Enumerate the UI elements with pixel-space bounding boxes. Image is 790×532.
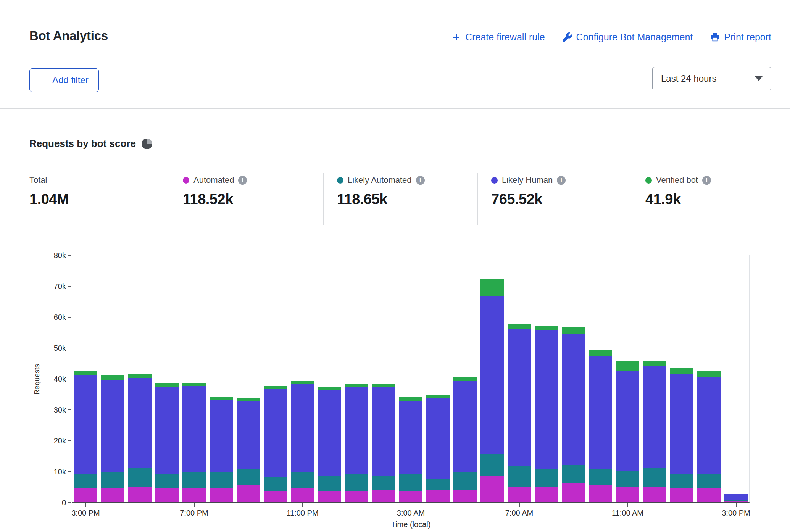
bar-segment-likely-human[interactable] [182, 386, 206, 472]
bar-segment-automated[interactable] [399, 491, 422, 502]
bar-segment-likely-human[interactable] [101, 380, 124, 472]
bar-segment-likely-automated[interactable] [535, 469, 558, 487]
bar-segment-likely-automated[interactable] [101, 472, 124, 488]
bar-segment-verified-bot[interactable] [291, 381, 314, 384]
bar-segment-likely-automated[interactable] [453, 472, 477, 490]
bar-segment-verified-bot[interactable] [74, 371, 97, 375]
bar-segment-likely-human[interactable] [453, 381, 477, 472]
bar-segment-verified-bot[interactable] [210, 397, 233, 400]
bar-segment-automated[interactable] [508, 487, 531, 502]
bar-segment-automated[interactable] [182, 488, 206, 502]
bar-segment-likely-automated[interactable] [372, 476, 395, 489]
bar-segment-automated[interactable] [480, 476, 504, 502]
bar-segment-likely-automated[interactable] [74, 474, 97, 488]
bar-segment-likely-human[interactable] [74, 375, 97, 474]
print-report-link[interactable]: Print report [710, 32, 771, 43]
bar-segment-likely-automated[interactable] [399, 474, 422, 491]
bar-segment-automated[interactable] [616, 487, 639, 502]
bar-segment-likely-human[interactable] [508, 329, 531, 466]
bar-segment-automated[interactable] [372, 490, 395, 502]
bar-segment-automated[interactable] [264, 491, 287, 502]
bar-segment-verified-bot[interactable] [237, 398, 260, 401]
bar-segment-likely-automated[interactable] [697, 474, 721, 488]
bar-segment-automated[interactable] [318, 491, 341, 502]
bar-segment-likely-human[interactable] [237, 401, 260, 469]
bar-segment-likely-automated[interactable] [182, 472, 206, 488]
info-icon[interactable]: i [557, 176, 566, 185]
bar-segment-automated[interactable] [128, 487, 152, 502]
bar-segment-automated[interactable] [155, 488, 179, 502]
bar-segment-verified-bot[interactable] [670, 368, 693, 374]
info-icon[interactable]: i [238, 176, 247, 185]
bar-segment-likely-human[interactable] [210, 400, 233, 472]
bar-segment-likely-automated[interactable] [589, 469, 612, 485]
bar-segment-likely-automated[interactable] [480, 454, 504, 476]
bar-segment-likely-automated[interactable] [616, 471, 639, 487]
bar-segment-likely-automated[interactable] [345, 474, 368, 491]
bar-segment-likely-automated[interactable] [237, 469, 260, 485]
bar-segment-verified-bot[interactable] [643, 361, 666, 366]
bar-segment-automated[interactable] [562, 483, 585, 502]
bar-segment-verified-bot[interactable] [264, 386, 287, 389]
bar-segment-automated[interactable] [426, 490, 450, 502]
bar-segment-automated[interactable] [535, 487, 558, 502]
bar-segment-likely-automated[interactable] [562, 465, 585, 484]
bar-segment-verified-bot[interactable] [535, 326, 558, 330]
bar-segment-verified-bot[interactable] [616, 361, 639, 370]
bar-segment-automated[interactable] [74, 488, 97, 502]
bar-segment-automated[interactable] [101, 488, 124, 502]
bar-segment-likely-human[interactable] [426, 398, 450, 479]
bar-segment-verified-bot[interactable] [399, 397, 422, 401]
bar-segment-automated[interactable] [589, 485, 612, 502]
bar-segment-verified-bot[interactable] [128, 374, 152, 378]
bar-segment-likely-human[interactable] [480, 296, 504, 454]
bar-segment-likely-automated[interactable] [643, 468, 666, 487]
bar-segment-verified-bot[interactable] [508, 324, 531, 329]
bar-segment-automated[interactable] [724, 501, 748, 502]
bar-segment-verified-bot[interactable] [426, 395, 450, 398]
bar-segment-automated[interactable] [643, 487, 666, 502]
bar-segment-verified-bot[interactable] [480, 279, 504, 297]
bar-segment-likely-human[interactable] [155, 387, 179, 474]
bar-segment-verified-bot[interactable] [101, 375, 124, 380]
bar-segment-likely-human[interactable] [697, 377, 721, 474]
bar-segment-likely-automated[interactable] [724, 500, 748, 501]
bar-segment-likely-automated[interactable] [508, 466, 531, 487]
create-firewall-rule-link[interactable]: Create firewall rule [452, 32, 545, 43]
bar-segment-automated[interactable] [291, 488, 314, 502]
bar-segment-verified-bot[interactable] [182, 383, 206, 386]
bar-segment-verified-bot[interactable] [697, 371, 721, 377]
bar-segment-verified-bot[interactable] [318, 387, 341, 390]
bar-segment-verified-bot[interactable] [562, 327, 585, 333]
bar-segment-likely-human[interactable] [535, 330, 558, 469]
bar-segment-likely-automated[interactable] [318, 476, 341, 491]
bar-segment-automated[interactable] [670, 488, 693, 502]
bar-segment-likely-human[interactable] [345, 387, 368, 474]
bar-segment-automated[interactable] [453, 490, 477, 502]
bar-segment-likely-human[interactable] [399, 401, 422, 474]
add-filter-button[interactable]: Add filter [29, 68, 99, 92]
bar-segment-verified-bot[interactable] [345, 384, 368, 387]
bar-segment-likely-automated[interactable] [670, 474, 693, 488]
bar-segment-likely-human[interactable] [670, 374, 693, 474]
bar-segment-verified-bot[interactable] [155, 383, 179, 387]
bar-segment-likely-automated[interactable] [291, 472, 314, 488]
time-range-select[interactable]: Last 24 hours [652, 67, 771, 90]
info-icon[interactable]: i [416, 176, 425, 185]
info-icon[interactable]: i [702, 176, 711, 185]
bar-segment-automated[interactable] [210, 488, 233, 502]
bar-segment-likely-human[interactable] [616, 371, 639, 471]
bar-segment-likely-automated[interactable] [128, 468, 152, 487]
bar-segment-likely-human[interactable] [589, 356, 612, 469]
bar-segment-likely-human[interactable] [643, 366, 666, 468]
bar-segment-likely-human[interactable] [318, 390, 341, 476]
bar-segment-verified-bot[interactable] [589, 350, 612, 356]
bar-segment-automated[interactable] [697, 488, 721, 502]
bar-segment-likely-human[interactable] [291, 384, 314, 472]
bar-segment-verified-bot[interactable] [453, 377, 477, 381]
bar-segment-likely-human[interactable] [128, 378, 152, 468]
bar-segment-likely-automated[interactable] [426, 479, 450, 489]
bar-segment-likely-human[interactable] [724, 494, 748, 500]
bar-segment-likely-human[interactable] [372, 387, 395, 476]
bar-segment-likely-automated[interactable] [210, 472, 233, 488]
